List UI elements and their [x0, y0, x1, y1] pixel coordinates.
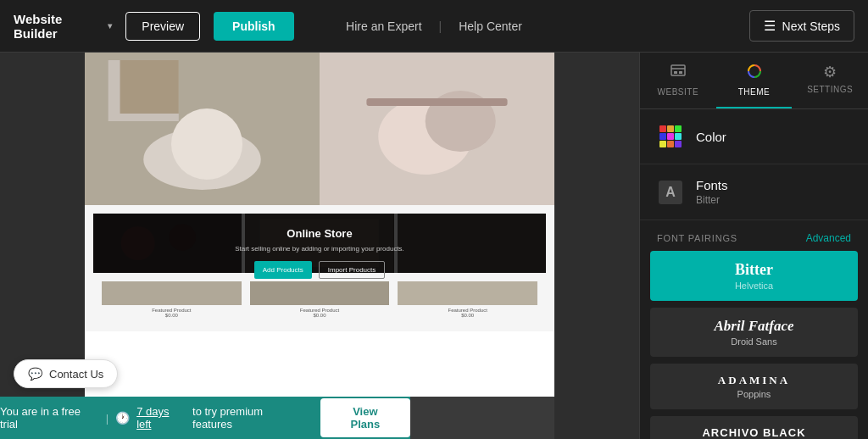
online-store-title: Online Store — [110, 227, 529, 240]
product-item: Featured Product $0.00 — [250, 281, 390, 318]
fonts-icon: A — [657, 179, 684, 206]
steps-icon: ☰ — [764, 18, 776, 34]
font-option-adamina[interactable]: ADAMINA Poppins — [650, 364, 858, 409]
contact-us-button[interactable]: 💬 Contact Us — [14, 359, 118, 388]
panel-content: Color A Fonts Bitter FONT PAIRINGS Advan… — [640, 109, 868, 439]
canvas-area: SHOP NOW — [0, 53, 639, 439]
nav-divider: | — [439, 19, 442, 33]
import-products-button[interactable]: Import Products — [319, 261, 385, 279]
svg-rect-9 — [366, 98, 507, 106]
days-left-link[interactable]: 7 days left — [136, 405, 186, 431]
font-option-bitter[interactable]: Bitter Helvetica — [650, 251, 858, 301]
preview-bottom-section: Online Store Start selling online by add… — [85, 205, 554, 331]
theme-icon — [746, 63, 763, 84]
navbar-right: ☰ Next Steps — [574, 10, 854, 42]
brand-name[interactable]: Website Builder ▾ — [14, 12, 112, 41]
font-pairings-label: FONT PAIRINGS — [657, 233, 737, 243]
svg-rect-3 — [120, 60, 179, 114]
tab-website[interactable]: WEBSITE — [640, 53, 716, 108]
product-item: Featured Product $0.00 — [102, 281, 242, 318]
trial-bar: You are in a free trial | 🕐 7 days left … — [0, 397, 410, 439]
add-products-button[interactable]: Add Products — [254, 261, 312, 279]
product-item: Featured Product $0.00 — [398, 281, 537, 318]
fonts-section[interactable]: A Fonts Bitter — [640, 164, 868, 220]
view-plans-button[interactable]: View Plans — [320, 398, 410, 437]
svg-rect-16 — [671, 65, 685, 75]
website-icon — [670, 63, 687, 84]
preview-image-left: SHOP NOW — [85, 53, 320, 205]
products-row: Featured Product $0.00 Featured Product … — [93, 276, 546, 323]
svg-rect-19 — [679, 71, 682, 74]
preview-top-section: SHOP NOW — [85, 53, 554, 205]
chevron-down-icon: ▾ — [108, 21, 112, 31]
svg-rect-18 — [674, 71, 677, 74]
navbar-left: Website Builder ▾ Preview Publish — [14, 12, 294, 41]
online-store-overlay: Online Store Start selling online by add… — [93, 214, 546, 273]
canvas-strip-right — [554, 53, 639, 439]
settings-icon: ⚙ — [823, 63, 837, 81]
trial-divider: | — [106, 412, 108, 425]
navbar-center: Hire an Expert | Help Center — [294, 19, 575, 33]
font-pairings-header: FONT PAIRINGS Advanced — [640, 220, 868, 251]
online-store-description: Start selling online by adding or import… — [110, 245, 529, 253]
hire-expert-link[interactable]: Hire an Expert — [346, 19, 421, 33]
color-label: Color — [696, 130, 726, 144]
panel-tabs: WEBSITE THEME ⚙ SETTINGS — [640, 53, 868, 109]
next-steps-button[interactable]: ☰ Next Steps — [749, 10, 854, 42]
right-panel: WEBSITE THEME ⚙ SETTINGS — [639, 53, 868, 439]
tab-settings[interactable]: ⚙ SETTINGS — [792, 53, 868, 108]
publish-button[interactable]: Publish — [214, 12, 294, 41]
color-section[interactable]: Color — [640, 109, 868, 164]
svg-point-4 — [171, 108, 242, 180]
font-option-archivo[interactable]: ARCHIVO BLACK Montserrat — [650, 416, 858, 439]
fonts-info: Fonts Bitter — [696, 178, 728, 206]
trial-text: You are in a free trial | 🕐 7 days left … — [0, 405, 303, 431]
font-option-abril[interactable]: Abril Fatface Droid Sans — [650, 308, 858, 357]
preview-image-right — [320, 53, 554, 205]
chat-icon: 💬 — [28, 367, 42, 381]
tab-theme[interactable]: THEME — [716, 53, 793, 108]
preview-button[interactable]: Preview — [125, 12, 200, 41]
main-area: SHOP NOW — [0, 53, 868, 439]
help-center-link[interactable]: Help Center — [459, 19, 522, 33]
color-icon — [657, 123, 684, 150]
advanced-link[interactable]: Advanced — [806, 232, 851, 244]
store-buttons: Add Products Import Products — [110, 261, 529, 279]
clock-icon: 🕐 — [115, 411, 130, 425]
navbar: Website Builder ▾ Preview Publish Hire a… — [0, 0, 868, 53]
website-preview: SHOP NOW — [85, 53, 554, 397]
